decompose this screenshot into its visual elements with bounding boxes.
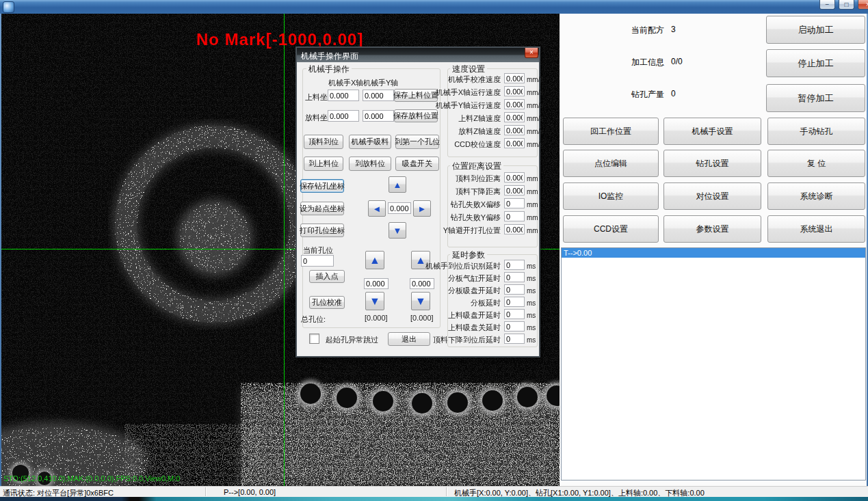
distance-row-label: Y轴避开打孔位置: [443, 226, 501, 236]
load-coord-y-input[interactable]: [363, 90, 394, 101]
save-load-position-button[interactable]: 保存上料位置: [394, 89, 438, 102]
column-a-total: [0.000]: [365, 314, 388, 322]
log-list-item-selected[interactable]: T-->0.00: [562, 248, 865, 258]
speed-row-unit: mm/s: [527, 89, 543, 96]
delay-row-input[interactable]: [504, 284, 525, 295]
grid-button-drill-settings[interactable]: 钻孔设置: [663, 150, 761, 177]
go-load-position-button[interactable]: 到上料位: [304, 157, 343, 171]
grid-button-point-edit[interactable]: 点位编辑: [563, 150, 659, 177]
distance-row-input[interactable]: [504, 185, 525, 195]
grid-button-manual-drill[interactable]: 手动钻孔: [767, 118, 865, 145]
suction-switch-button[interactable]: 吸盘开关: [395, 157, 439, 171]
print-hole-coord-button[interactable]: 打印孔位坐标: [300, 224, 344, 237]
delay-row-input[interactable]: [504, 309, 525, 319]
grid-button-system-exit[interactable]: 系统退出: [767, 215, 865, 243]
speed-row-input[interactable]: [504, 125, 525, 135]
save-unload-position-button[interactable]: 保存放料位置: [394, 109, 438, 122]
jog-up-button[interactable]: ▲: [389, 176, 406, 193]
delay-row-unit: ms: [527, 287, 536, 295]
grid-button-alignment-settings[interactable]: 对位设置: [663, 182, 761, 210]
column-a-value-input[interactable]: [364, 278, 389, 289]
save-drill-coord-button[interactable]: 保存钻孔坐标: [300, 179, 344, 193]
close-button[interactable]: ×: [858, 0, 868, 10]
grid-button-io-monitor[interactable]: IO监控: [563, 182, 659, 210]
drill-output-label: 钻孔产量: [631, 89, 664, 100]
camera-osd-text: STD:(512.0,410.0),MAK:(0.0,0.0),FPS:0.0,…: [3, 474, 180, 483]
window-titlebar: − □ ×: [0, 0, 868, 14]
insert-point-button[interactable]: 插入点: [309, 270, 345, 283]
skip-abnormal-start-hole-checkbox[interactable]: [309, 334, 319, 344]
current-recipe-label: 当前配方: [631, 25, 664, 36]
delay-group-label: 延时参数: [450, 249, 487, 261]
distance-row-input[interactable]: [504, 224, 525, 234]
manipulator-dialog: 机械手操作界面 × 机械手操作 机械手X轴 机械手Y轴 上料坐标 保存上料位置 …: [295, 46, 540, 357]
distance-row-label: 顶料下降距离: [456, 187, 501, 197]
exit-button[interactable]: 退出: [388, 332, 430, 346]
column-b-total: [0.000]: [410, 314, 434, 322]
delay-row-input[interactable]: [504, 297, 525, 307]
hole-calibrate-button[interactable]: 孔位校准: [309, 296, 345, 309]
delay-row-input[interactable]: [504, 272, 525, 282]
speed-row-input[interactable]: [504, 112, 525, 122]
machining-info-value: 0/0: [671, 57, 683, 66]
jog-step-input[interactable]: [388, 202, 411, 214]
delay-row-label: 分板气缸开延时: [448, 273, 501, 284]
delay-row-unit: ms: [527, 312, 536, 319]
stop-machining-button[interactable]: 停止加工: [766, 49, 865, 77]
distance-row-input[interactable]: [504, 211, 525, 221]
load-coord-x-input[interactable]: [328, 90, 359, 101]
main-window: − □ ×: [0, 0, 868, 501]
current-hole-label: 当前孔位: [303, 245, 333, 256]
speed-row-input[interactable]: [504, 86, 525, 96]
start-machining-button[interactable]: 启动加工: [766, 16, 865, 44]
column-a-down-button[interactable]: ▼: [365, 292, 384, 310]
speed-row-label: 机械手X轴运行速度: [436, 87, 501, 98]
delay-row-label: 上料吸盘关延时: [448, 323, 501, 333]
grid-button-ccd-settings[interactable]: CCD设置: [563, 215, 659, 243]
delay-row-input[interactable]: [504, 334, 525, 344]
delay-row-unit: ms: [527, 336, 536, 344]
go-unload-position-button[interactable]: 到放料位: [349, 157, 391, 171]
distance-row-input[interactable]: [504, 198, 525, 208]
speed-row-input[interactable]: [504, 138, 525, 148]
speed-row-input[interactable]: [504, 99, 525, 109]
unload-coord-x-input[interactable]: [328, 110, 359, 122]
dialog-titlebar[interactable]: 机械手操作界面: [297, 48, 539, 62]
set-origin-coord-button[interactable]: 设为起点坐标: [300, 202, 344, 215]
column-b-value-input[interactable]: [410, 278, 434, 289]
manipulator-pick-button[interactable]: 机械手吸料: [349, 135, 391, 149]
total-hole-label: 总孔位:: [301, 314, 326, 325]
column-a-up-button[interactable]: ▲: [365, 251, 384, 269]
push-material-in-place-button[interactable]: 顶料到位: [304, 135, 343, 149]
grid-button-return-work-position[interactable]: 回工作位置: [563, 118, 659, 145]
grid-button-reset[interactable]: 复 位: [767, 150, 865, 177]
maximize-button[interactable]: □: [839, 0, 854, 10]
delay-row-label: 分板延时: [471, 298, 501, 308]
delay-row-input[interactable]: [504, 321, 525, 331]
distance-row-unit: mm: [527, 227, 538, 234]
log-listbox[interactable]: T-->0.00: [561, 247, 866, 480]
unload-coord-y-input[interactable]: [363, 110, 394, 122]
minimize-button[interactable]: −: [819, 0, 835, 10]
speed-row-label: 放料Z轴速度: [458, 126, 501, 137]
status-bar: 通讯状态: 对位平台[异常]0x6BFC P-->[0.00, 0.00] 机械…: [0, 486, 868, 498]
go-first-hole-button[interactable]: 到第一个孔位: [395, 135, 439, 149]
delay-row-label: 机械手到位后识别延时: [425, 261, 501, 271]
dialog-close-button[interactable]: ×: [525, 48, 538, 58]
delay-row-input[interactable]: [504, 260, 525, 270]
delay-row-unit: ms: [527, 262, 536, 270]
current-recipe-value: 3: [671, 25, 676, 34]
grid-button-system-diagnosis[interactable]: 系统诊断: [767, 182, 865, 210]
manipulator-group-label: 机械手操作: [306, 64, 352, 75]
crosshair-vertical-line: [284, 14, 285, 486]
current-hole-input[interactable]: [301, 255, 334, 267]
pause-machining-button[interactable]: 暂停加工: [766, 84, 865, 112]
grid-button-parameter-settings[interactable]: 参数设置: [663, 215, 761, 243]
speed-row-input[interactable]: [504, 73, 525, 83]
column-b-down-button[interactable]: ▼: [411, 292, 430, 310]
distance-row-input[interactable]: [504, 172, 525, 182]
jog-down-button[interactable]: ▼: [389, 222, 406, 239]
jog-left-button[interactable]: ◄: [368, 200, 386, 217]
grid-button-manipulator-settings[interactable]: 机械手设置: [663, 118, 761, 145]
jog-right-button[interactable]: ►: [413, 200, 431, 217]
